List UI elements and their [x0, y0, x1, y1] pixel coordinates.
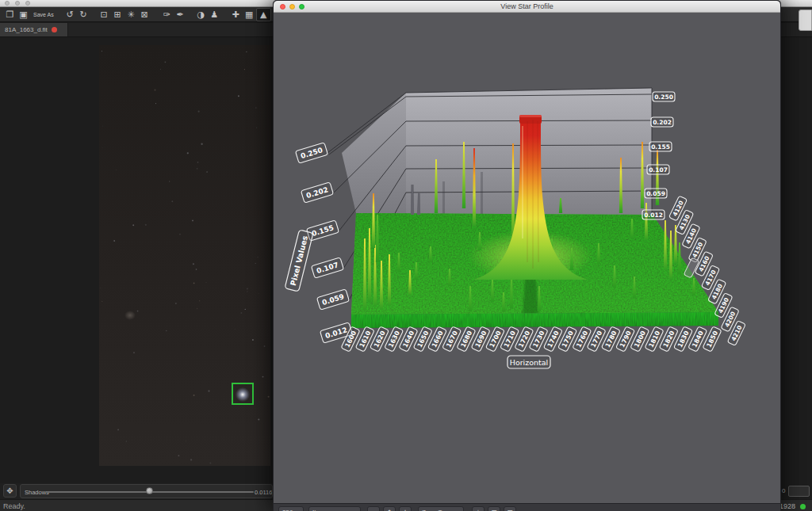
item-select[interactable]: Item▾: [308, 506, 361, 511]
grid-overlay-icon[interactable]: ▦: [243, 9, 256, 21]
pan-move-icon[interactable]: ✚: [229, 9, 243, 21]
axis-tick-label: 0.012: [642, 210, 665, 219]
blink-compare-icon[interactable]: ◑: [194, 9, 208, 21]
star-selection-box[interactable]: [232, 383, 254, 405]
sample-pen-left-icon[interactable]: ✑: [160, 9, 174, 21]
shadows-slider-thumb[interactable]: [146, 487, 153, 494]
export-icon[interactable]: ↦: [367, 506, 380, 511]
pixel-values-axis-title: Pixel Values: [285, 230, 313, 292]
horizontal-axis-ticks: 1600161016201630164016501660167016801690…: [341, 326, 722, 352]
more-options-icon[interactable]: ⋮: [399, 506, 412, 511]
horizontal-axis-title: Horizontal: [508, 356, 550, 368]
star-profile-3d-view[interactable]: 0.2500.2020.1550.1070.0590.012 0.2500.20…: [274, 1, 781, 511]
save-icon[interactable]: ▣: [17, 9, 30, 21]
shadows-value: 0.0116: [255, 489, 272, 496]
bins-select[interactable]: 256▾: [278, 506, 304, 511]
axis-tick-label: 0.107: [647, 165, 669, 174]
svg-text:0.059: 0.059: [646, 190, 665, 197]
tab-close-icon[interactable]: [52, 27, 57, 32]
status-message: Ready.: [3, 502, 25, 510]
main-close-button[interactable]: [5, 1, 10, 6]
status-green-dot: [800, 504, 806, 509]
marquee-select-icon[interactable]: ⊡: [98, 9, 111, 21]
pin-icon[interactable]: ↥: [383, 506, 396, 511]
axis-tick-label: 0.059: [645, 189, 667, 198]
axis-tick-label: 0.250: [653, 92, 675, 101]
svg-text:0.202: 0.202: [653, 119, 672, 126]
axis-tick-label: 0.250: [295, 143, 327, 163]
profile-bottom-toolbar: 256▾Item▾↦↥⋮ZoomTo▾⊥⊟⊡: [274, 503, 781, 511]
figure-icon[interactable]: ♟: [208, 9, 221, 21]
svg-text:0.107: 0.107: [649, 166, 668, 174]
open-folder-icon[interactable]: ❐: [3, 9, 17, 21]
mini-field-label: 0: [782, 487, 785, 494]
view-star-profile-window: 0.2500.2020.1550.1070.0590.012 0.2500.20…: [273, 0, 781, 511]
svg-text:0.250: 0.250: [654, 93, 673, 101]
image-canvas[interactable]: [99, 45, 270, 466]
tab-image-file[interactable]: 81A_1663_d.fit: [0, 23, 68, 36]
frame-resize-icon[interactable]: ⊞: [111, 9, 124, 21]
axis-tick-label: 0.202: [301, 182, 333, 203]
alignment-burst-icon[interactable]: ✳: [124, 9, 138, 21]
profile-titlebar[interactable]: View Star Profile: [274, 1, 780, 13]
axis-tick-label: 0.155: [649, 142, 672, 151]
data-spike: [678, 242, 681, 274]
svg-text:Horizontal: Horizontal: [510, 358, 549, 367]
pan-tool-button[interactable]: ✥: [3, 484, 17, 498]
redo-icon[interactable]: ↻: [77, 9, 90, 21]
main-minimize-button[interactable]: [15, 1, 20, 6]
axis-tick-label: 0.202: [651, 117, 673, 127]
main-zoom-button[interactable]: [25, 1, 30, 6]
crop-icon[interactable]: ⊠: [138, 9, 151, 21]
status-size-value: 1928: [779, 502, 795, 510]
undo-icon[interactable]: ↺: [63, 9, 77, 21]
save-as-button[interactable]: Save As: [30, 12, 57, 17]
svg-text:0.155: 0.155: [651, 143, 670, 151]
data-spike: [664, 220, 667, 270]
axes-toggle-icon[interactable]: ⊥: [472, 506, 485, 511]
svg-text:0.012: 0.012: [644, 212, 663, 219]
axis-tick-label: 0.059: [316, 289, 349, 310]
box-view-icon[interactable]: ⊡: [504, 506, 516, 511]
sample-pen-right-icon[interactable]: ✒: [174, 9, 187, 21]
shadows-panel: Shadows 0.0116: [20, 484, 273, 498]
profile-window-title: View Star Profile: [274, 2, 780, 10]
star-profile-icon[interactable]: ▲: [256, 8, 271, 21]
faint-galaxy-blob: [124, 311, 136, 320]
zoom-to-select[interactable]: ZoomTo▾: [418, 506, 464, 511]
flat-view-icon[interactable]: ⊟: [488, 506, 500, 511]
side-panel-fragment: [799, 10, 812, 31]
axis-tick-label: 0.107: [311, 257, 343, 278]
data-spike: [669, 231, 672, 280]
mini-value-field[interactable]: [788, 486, 810, 497]
tab-label: 81A_1663_d.fit: [5, 26, 48, 33]
shadows-adjust-row: ✥ Shadows 0.0116: [0, 483, 273, 499]
